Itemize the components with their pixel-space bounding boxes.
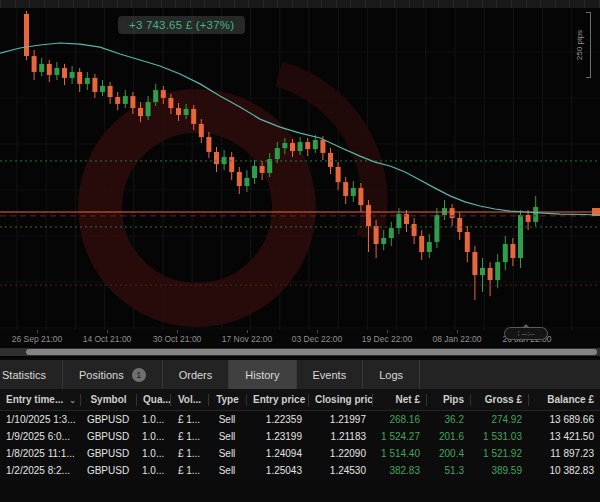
cell-symbol: GBPUSD <box>80 465 136 476</box>
cell-type: Sell <box>208 465 246 476</box>
col-closing-price[interactable]: Closing price <box>308 394 372 406</box>
axis-tick <box>107 330 108 333</box>
cell-balance: 10 382.83 <box>528 465 600 476</box>
cell-pips: 36.2 <box>426 414 470 425</box>
chevron-down-icon: ⌄ <box>69 396 76 405</box>
col-net[interactable]: Net £ <box>372 394 426 406</box>
col-balance[interactable]: Balance £ <box>528 394 600 406</box>
cell-gross: 1 531.03 <box>470 431 528 442</box>
col-type[interactable]: Type <box>208 394 246 406</box>
cell-entry-price: 1.23199 <box>246 431 308 442</box>
floating-profit-badge: +3 743.65 £ (+37%) <box>118 16 245 34</box>
cell-closing-price: 1.21183 <box>308 431 372 442</box>
cell-gross: 274.92 <box>470 414 528 425</box>
time-label: 30 Oct 21:00 <box>153 334 202 344</box>
cell-entry-time: 1/10/2025 1:3... <box>0 414 80 425</box>
tab-statistics[interactable]: Statistics <box>0 360 63 389</box>
pips-scale-bracket: 250 pips <box>577 12 591 78</box>
cell-closing-price: 1.21997 <box>308 414 372 425</box>
axis-tick <box>247 330 248 333</box>
cell-type: Sell <box>208 431 246 442</box>
cell-type: Sell <box>208 448 246 459</box>
cell-entry-price: 1.24094 <box>246 448 308 459</box>
cell-balance: 13 421.50 <box>528 431 600 442</box>
cell-quantity: 1.0... <box>136 465 170 476</box>
tab-positions[interactable]: Positions1 <box>63 360 163 389</box>
tab-orders[interactable]: Orders <box>163 360 230 389</box>
cell-symbol: GBPUSD <box>80 448 136 459</box>
cell-volume: £ 1... <box>170 448 208 459</box>
col-entry-price[interactable]: Entry price <box>246 394 308 406</box>
cell-pips: 51.3 <box>426 465 470 476</box>
scrub-time-value: --:-- <box>522 329 535 338</box>
cell-net: 1 514.40 <box>372 448 426 459</box>
time-label: 14 Oct 21:00 <box>83 334 132 344</box>
cell-volume: £ 1... <box>170 414 208 425</box>
cell-net: 1 524.27 <box>372 431 426 442</box>
horizontal-scrollbar[interactable] <box>0 348 600 356</box>
col-quantity[interactable]: Qua... <box>136 394 170 406</box>
table-row[interactable]: 1/8/2025 11:1... GBPUSD 1.0... £ 1... Se… <box>0 445 600 462</box>
cell-entry-price: 1.25043 <box>246 465 308 476</box>
trading-app-window: +3 743.65 £ (+37%) 250 pips 26 Sep 21:00… <box>0 0 600 502</box>
axis-tick <box>387 330 388 333</box>
cell-symbol: GBPUSD <box>80 431 136 442</box>
panel-background <box>0 479 600 502</box>
cell-entry-time: 1/9/2025 6:0... <box>0 431 80 442</box>
cell-entry-price: 1.22359 <box>246 414 308 425</box>
table-row[interactable]: 1/2/2025 8:2... GBPUSD 1.0... £ 1... Sel… <box>0 462 600 479</box>
cell-net: 382.83 <box>372 465 426 476</box>
cell-closing-price: 1.24530 <box>308 465 372 476</box>
history-table: Entry time...⌄ Symbol Qua... Vol... Type… <box>0 389 600 479</box>
time-label: 17 Nov 22:00 <box>222 334 273 344</box>
pips-scale-label: 250 pips <box>575 30 584 60</box>
cell-symbol: GBPUSD <box>80 414 136 425</box>
cell-volume: £ 1... <box>170 465 208 476</box>
time-label: 26 Sep 21:00 <box>12 334 63 344</box>
candlestick-chart-canvas[interactable] <box>0 8 600 330</box>
time-label: 19 Dec 22:00 <box>362 334 413 344</box>
col-symbol[interactable]: Symbol <box>80 394 136 406</box>
axis-tick <box>457 330 458 333</box>
cell-net: 268.16 <box>372 414 426 425</box>
drag-handle-icon: ⁞ <box>517 329 518 338</box>
axis-tick <box>317 330 318 333</box>
cell-gross: 389.59 <box>470 465 528 476</box>
time-label: 08 Jan 22:00 <box>432 334 481 344</box>
history-table-body: 1/10/2025 1:3... GBPUSD 1.0... £ 1... Se… <box>0 411 600 479</box>
table-row[interactable]: 1/9/2025 6:0... GBPUSD 1.0... £ 1... Sel… <box>0 428 600 445</box>
cell-entry-time: 1/2/2025 8:2... <box>0 465 80 476</box>
cell-balance: 11 897.23 <box>528 448 600 459</box>
col-volume[interactable]: Vol... <box>170 394 208 406</box>
cell-entry-time: 1/8/2025 11:1... <box>0 448 80 459</box>
positions-count-badge: 1 <box>132 368 146 382</box>
col-pips[interactable]: Pips <box>426 394 470 406</box>
col-entry-time[interactable]: Entry time...⌄ <box>0 394 80 406</box>
cell-type: Sell <box>208 414 246 425</box>
history-table-header: Entry time...⌄ Symbol Qua... Vol... Type… <box>0 389 600 411</box>
tab-history[interactable]: History <box>229 360 296 389</box>
cell-volume: £ 1... <box>170 431 208 442</box>
axis-tick <box>37 330 38 333</box>
chart-top-ruler <box>0 0 600 8</box>
cell-quantity: 1.0... <box>136 431 170 442</box>
cell-pips: 200.4 <box>426 448 470 459</box>
timeline-scrub-handle[interactable]: ⁞--:-- <box>504 327 548 340</box>
axis-tick <box>177 330 178 333</box>
cell-gross: 1 521.92 <box>470 448 528 459</box>
col-gross[interactable]: Gross £ <box>470 394 528 406</box>
tab-events[interactable]: Events <box>297 360 364 389</box>
time-label: 03 Dec 22:00 <box>292 334 343 344</box>
bracket-line <box>586 12 591 78</box>
cell-balance: 13 689.66 <box>528 414 600 425</box>
cell-pips: 201.6 <box>426 431 470 442</box>
table-row[interactable]: 1/10/2025 1:3... GBPUSD 1.0... £ 1... Se… <box>0 411 600 428</box>
cell-quantity: 1.0... <box>136 448 170 459</box>
cell-quantity: 1.0... <box>136 414 170 425</box>
scrollbar-thumb[interactable] <box>26 349 597 355</box>
cell-closing-price: 1.22090 <box>308 448 372 459</box>
tab-logs[interactable]: Logs <box>363 360 420 389</box>
bottom-panel-tabs: Statistics Positions1 Orders History Eve… <box>0 358 600 389</box>
